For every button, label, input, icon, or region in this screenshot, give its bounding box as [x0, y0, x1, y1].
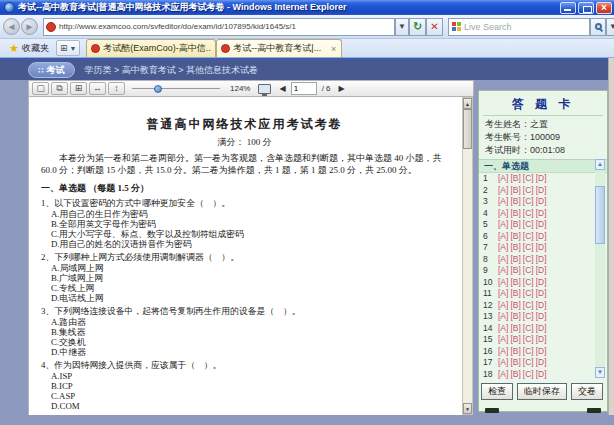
- answer-option-a[interactable]: [A]: [498, 288, 508, 300]
- answer-option-d[interactable]: [D]: [536, 357, 547, 369]
- answer-option-a[interactable]: [A]: [498, 242, 508, 254]
- minimize-button[interactable]: [560, 2, 576, 14]
- submit-paper-button[interactable]: 交卷: [571, 383, 603, 400]
- answer-option-b[interactable]: [B]: [510, 173, 520, 185]
- answer-option-b[interactable]: [B]: [510, 346, 520, 358]
- answer-option-a[interactable]: [A]: [498, 196, 508, 208]
- answer-option-d[interactable]: [D]: [536, 254, 547, 266]
- favorites-button[interactable]: ★ 收藏夹: [4, 40, 54, 56]
- answer-option-d[interactable]: [D]: [536, 346, 547, 358]
- address-bar[interactable]: [43, 18, 395, 36]
- answer-option-b[interactable]: [B]: [510, 242, 520, 254]
- answer-option-a[interactable]: [A]: [498, 173, 508, 185]
- answer-option-d[interactable]: [D]: [536, 334, 547, 346]
- answer-scroll-up-icon[interactable]: ▲: [595, 159, 605, 170]
- answer-option-c[interactable]: [C]: [523, 219, 534, 231]
- answer-option-b[interactable]: [B]: [510, 323, 520, 335]
- answer-option-b[interactable]: [B]: [510, 277, 520, 289]
- zoom-slider[interactable]: [132, 82, 220, 95]
- search-magnifier-icon[interactable]: [590, 18, 606, 36]
- next-page-icon[interactable]: ▶: [336, 84, 348, 93]
- tab-exam-active[interactable]: 考试--高中教育考试|... ×: [216, 39, 342, 57]
- refresh-icon[interactable]: ↻: [409, 18, 426, 36]
- answer-option-d[interactable]: [D]: [536, 265, 547, 277]
- document-scrollbar-thumb[interactable]: [463, 109, 472, 149]
- answer-option-d[interactable]: [D]: [536, 311, 547, 323]
- tab-examcoo-home[interactable]: 考试酷(ExamCoo)-高中信...: [86, 39, 216, 57]
- answer-option-c[interactable]: [C]: [523, 173, 534, 185]
- answer-option-c[interactable]: [C]: [523, 254, 534, 266]
- answer-option-a[interactable]: [A]: [498, 334, 508, 346]
- answer-option-c[interactable]: [C]: [523, 231, 534, 243]
- answer-option-b[interactable]: [B]: [510, 231, 520, 243]
- answer-option-d[interactable]: [D]: [536, 323, 547, 335]
- exam-section-badge[interactable]: ∷ 考试: [28, 62, 75, 78]
- tab-close-icon[interactable]: ×: [330, 44, 337, 54]
- address-input[interactable]: [59, 22, 392, 31]
- quick-tabs-button[interactable]: ⊞ ▼: [56, 40, 80, 56]
- answer-option-a[interactable]: [A]: [498, 323, 508, 335]
- back-button[interactable]: ◄: [3, 18, 20, 35]
- page-number-input[interactable]: [291, 82, 317, 95]
- address-dropdown-icon[interactable]: ▼: [395, 18, 409, 36]
- answer-option-c[interactable]: [C]: [523, 277, 534, 289]
- answer-option-b[interactable]: [B]: [510, 311, 520, 323]
- answer-option-c[interactable]: [C]: [523, 288, 534, 300]
- document-scrollbar[interactable]: ▲ ▼: [462, 97, 473, 415]
- answer-option-c[interactable]: [C]: [523, 323, 534, 335]
- answer-option-b[interactable]: [B]: [510, 300, 520, 312]
- answer-option-a[interactable]: [A]: [498, 254, 508, 266]
- answer-option-c[interactable]: [C]: [523, 185, 534, 197]
- temp-save-button[interactable]: 临时保存: [517, 383, 567, 400]
- answer-option-d[interactable]: [D]: [536, 196, 547, 208]
- grid-view-icon[interactable]: ⊞: [70, 82, 87, 95]
- answer-option-c[interactable]: [C]: [523, 300, 534, 312]
- answer-scroll-down-icon[interactable]: ▼: [595, 367, 605, 378]
- answer-option-c[interactable]: [C]: [523, 265, 534, 277]
- answer-option-a[interactable]: [A]: [498, 277, 508, 289]
- answer-option-a[interactable]: [A]: [498, 231, 508, 243]
- search-input[interactable]: [464, 22, 586, 32]
- answer-option-c[interactable]: [C]: [523, 311, 534, 323]
- scroll-down-icon[interactable]: ▼: [463, 403, 472, 414]
- fit-height-icon[interactable]: ↕: [108, 82, 125, 95]
- answer-option-b[interactable]: [B]: [510, 334, 520, 346]
- answer-option-d[interactable]: [D]: [536, 300, 547, 312]
- previous-page-icon[interactable]: ◀: [276, 84, 288, 93]
- answer-option-a[interactable]: [A]: [498, 219, 508, 231]
- answer-option-d[interactable]: [D]: [536, 277, 547, 289]
- answer-option-b[interactable]: [B]: [510, 254, 520, 266]
- answer-option-c[interactable]: [C]: [523, 357, 534, 369]
- answer-option-c[interactable]: [C]: [523, 196, 534, 208]
- restore-button[interactable]: [578, 2, 594, 14]
- answer-option-d[interactable]: [D]: [536, 231, 547, 243]
- answer-option-a[interactable]: [A]: [498, 265, 508, 277]
- answer-option-a[interactable]: [A]: [498, 185, 508, 197]
- answer-option-b[interactable]: [B]: [510, 288, 520, 300]
- answer-option-c[interactable]: [C]: [523, 334, 534, 346]
- scroll-up-icon[interactable]: ▲: [463, 98, 472, 109]
- answer-option-b[interactable]: [B]: [510, 369, 520, 381]
- zoom-slider-thumb[interactable]: [154, 85, 162, 93]
- facing-pages-view-icon[interactable]: ⧉: [51, 82, 68, 95]
- answer-option-c[interactable]: [C]: [523, 346, 534, 358]
- answer-option-d[interactable]: [D]: [536, 242, 547, 254]
- answer-option-d[interactable]: [D]: [536, 288, 547, 300]
- answer-option-b[interactable]: [B]: [510, 208, 520, 220]
- answer-option-b[interactable]: [B]: [510, 196, 520, 208]
- answer-option-a[interactable]: [A]: [498, 346, 508, 358]
- answer-option-d[interactable]: [D]: [536, 219, 547, 231]
- fullscreen-icon[interactable]: [258, 84, 271, 94]
- search-options-dropdown-icon[interactable]: ▼: [606, 18, 614, 36]
- answer-scrollbar-thumb[interactable]: [595, 186, 605, 244]
- answer-option-c[interactable]: [C]: [523, 242, 534, 254]
- answer-option-b[interactable]: [B]: [510, 265, 520, 277]
- browser-scrollbar[interactable]: [608, 58, 614, 415]
- answer-option-a[interactable]: [A]: [498, 311, 508, 323]
- stop-icon[interactable]: ✕: [426, 18, 443, 36]
- answer-option-b[interactable]: [B]: [510, 357, 520, 369]
- fit-width-icon[interactable]: ↔: [89, 82, 106, 95]
- answer-option-a[interactable]: [A]: [498, 369, 508, 381]
- answer-option-b[interactable]: [B]: [510, 219, 520, 231]
- answer-option-a[interactable]: [A]: [498, 208, 508, 220]
